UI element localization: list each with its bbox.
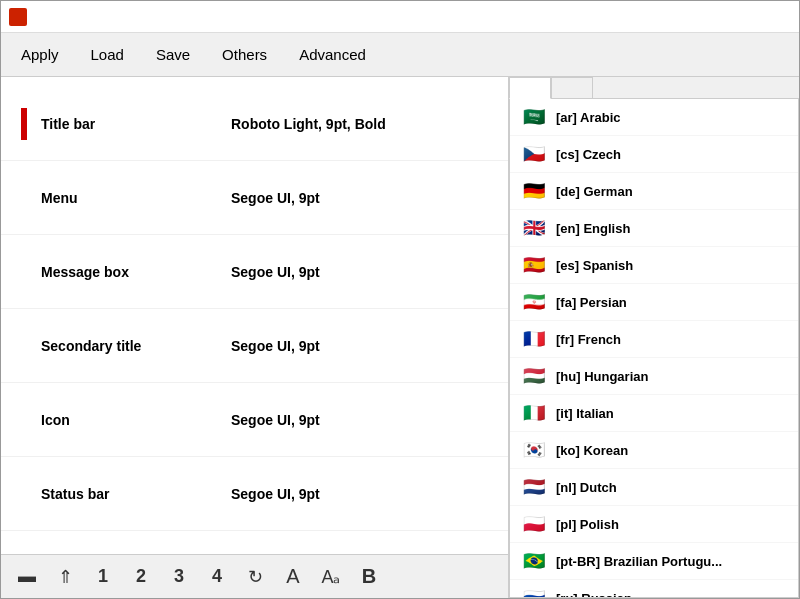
app-window: ApplyLoadSaveOthersAdvanced Title barRob… [0, 0, 800, 599]
indicator-status-bar [21, 478, 27, 510]
flag-it: 🇮🇹 [522, 404, 546, 422]
menu-item-save[interactable]: Save [140, 38, 206, 71]
menu-item-apply[interactable]: Apply [5, 38, 75, 71]
lang-item-fa[interactable]: 🇮🇷[fa] Persian [510, 284, 798, 321]
lang-item-pt-br[interactable]: 🇧🇷[pt-BR] Brazilian Portugu... [510, 543, 798, 580]
font-name-title-bar: Title bar [41, 116, 231, 132]
font-row-title-bar[interactable]: Title barRoboto Light, 9pt, Bold [1, 87, 508, 161]
lang-name-de: [de] German [556, 184, 633, 199]
font-a-icon[interactable]: A [279, 563, 307, 591]
menu-bar: ApplyLoadSaveOthersAdvanced [1, 33, 799, 77]
num1-icon[interactable]: 1 [89, 563, 117, 591]
maximize-button[interactable] [699, 1, 745, 33]
lang-item-pl[interactable]: 🇵🇱[pl] Polish [510, 506, 798, 543]
font-value-status-bar: Segoe UI, 9pt [231, 486, 320, 502]
flag-fr: 🇫🇷 [522, 330, 546, 348]
lang-name-it: [it] Italian [556, 406, 614, 421]
right-tabs [509, 77, 799, 99]
lang-name-ru: [ru] Russian [556, 591, 632, 599]
flag-fa: 🇮🇷 [522, 293, 546, 311]
lang-item-it[interactable]: 🇮🇹[it] Italian [510, 395, 798, 432]
font-name-secondary-title: Secondary title [41, 338, 231, 354]
font-aa-icon[interactable]: Aₐ [317, 563, 345, 591]
flag-es: 🇪🇸 [522, 256, 546, 274]
content-area: Title barRoboto Light, 9pt, BoldMenuSego… [1, 77, 799, 598]
num3-icon[interactable]: 3 [165, 563, 193, 591]
font-name-message-box: Message box [41, 264, 231, 280]
lang-name-fr: [fr] French [556, 332, 621, 347]
font-value-message-box: Segoe UI, 9pt [231, 264, 320, 280]
lang-name-fa: [fa] Persian [556, 295, 627, 310]
lang-name-ar: [ar] Arabic [556, 110, 621, 125]
font-rows-container: Title barRoboto Light, 9pt, BoldMenuSego… [1, 77, 508, 554]
flag-nl: 🇳🇱 [522, 478, 546, 496]
left-panel: Title barRoboto Light, 9pt, BoldMenuSego… [1, 77, 509, 598]
bottom-toolbar: ▬ ⇑ 1 2 3 4 ↻ A Aₐ B [1, 554, 508, 598]
lang-item-cs[interactable]: 🇨🇿[cs] Czech [510, 136, 798, 173]
lang-item-en[interactable]: 🇬🇧[en] English [510, 210, 798, 247]
indicator-menu [21, 182, 27, 214]
indicator-title-bar [21, 108, 27, 140]
flag-en: 🇬🇧 [522, 219, 546, 237]
font-row-icon[interactable]: IconSegoe UI, 9pt [1, 383, 508, 457]
window-controls [653, 1, 791, 33]
lang-item-es[interactable]: 🇪🇸[es] Spanish [510, 247, 798, 284]
font-bold-icon[interactable]: B [355, 563, 383, 591]
flag-pl: 🇵🇱 [522, 515, 546, 533]
font-row-status-bar[interactable]: Status barSegoe UI, 9pt [1, 457, 508, 531]
font-name-icon: Icon [41, 412, 231, 428]
font-value-title-bar: Roboto Light, 9pt, Bold [231, 116, 386, 132]
font-row-message-box[interactable]: Message boxSegoe UI, 9pt [1, 235, 508, 309]
font-name-menu: Menu [41, 190, 231, 206]
font-name-status-bar: Status bar [41, 486, 231, 502]
lang-name-cs: [cs] Czech [556, 147, 621, 162]
flag-ar: 🇸🇦 [522, 108, 546, 126]
lang-item-de[interactable]: 🇩🇪[de] German [510, 173, 798, 210]
flag-ru: 🇷🇺 [522, 589, 546, 598]
language-list: 🇸🇦[ar] Arabic🇨🇿[cs] Czech🇩🇪[de] German🇬🇧… [509, 99, 799, 598]
lang-name-pt-br: [pt-BR] Brazilian Portugu... [556, 554, 722, 569]
lang-name-en: [en] English [556, 221, 630, 236]
font-row-menu[interactable]: MenuSegoe UI, 9pt [1, 161, 508, 235]
num4-icon[interactable]: 4 [203, 563, 231, 591]
menu-item-others[interactable]: Others [206, 38, 283, 71]
flag-ko: 🇰🇷 [522, 441, 546, 459]
tab-about[interactable] [551, 77, 593, 98]
indicator-icon [21, 404, 27, 436]
menu-item-load[interactable]: Load [75, 38, 140, 71]
menu-item-advanced[interactable]: Advanced [283, 38, 382, 71]
lang-item-hu[interactable]: 🇭🇺[hu] Hungarian [510, 358, 798, 395]
app-icon [9, 8, 27, 26]
lang-item-nl[interactable]: 🇳🇱[nl] Dutch [510, 469, 798, 506]
num2-icon[interactable]: 2 [127, 563, 155, 591]
flag-cs: 🇨🇿 [522, 145, 546, 163]
indicator-message-box [21, 256, 27, 288]
minimize-button[interactable] [653, 1, 699, 33]
lang-item-ko[interactable]: 🇰🇷[ko] Korean [510, 432, 798, 469]
title-bar [1, 1, 799, 33]
indicator-secondary-title [21, 330, 27, 362]
lang-name-ko: [ko] Korean [556, 443, 628, 458]
flag-hu: 🇭🇺 [522, 367, 546, 385]
close-button[interactable] [745, 1, 791, 33]
font-value-menu: Segoe UI, 9pt [231, 190, 320, 206]
lang-item-ru[interactable]: 🇷🇺[ru] Russian [510, 580, 798, 598]
up-arrow-icon[interactable]: ⇑ [51, 563, 79, 591]
cursor-icon[interactable]: ▬ [13, 563, 41, 591]
tab-languages[interactable] [509, 77, 551, 99]
font-value-icon: Segoe UI, 9pt [231, 412, 320, 428]
right-panel: 🇸🇦[ar] Arabic🇨🇿[cs] Czech🇩🇪[de] German🇬🇧… [509, 77, 799, 598]
lang-name-es: [es] Spanish [556, 258, 633, 273]
lang-item-fr[interactable]: 🇫🇷[fr] French [510, 321, 798, 358]
flag-pt-br: 🇧🇷 [522, 552, 546, 570]
lang-name-hu: [hu] Hungarian [556, 369, 648, 384]
font-row-secondary-title[interactable]: Secondary titleSegoe UI, 9pt [1, 309, 508, 383]
font-value-secondary-title: Segoe UI, 9pt [231, 338, 320, 354]
lang-name-nl: [nl] Dutch [556, 480, 617, 495]
refresh-icon[interactable]: ↻ [241, 563, 269, 591]
lang-name-pl: [pl] Polish [556, 517, 619, 532]
flag-de: 🇩🇪 [522, 182, 546, 200]
lang-item-ar[interactable]: 🇸🇦[ar] Arabic [510, 99, 798, 136]
